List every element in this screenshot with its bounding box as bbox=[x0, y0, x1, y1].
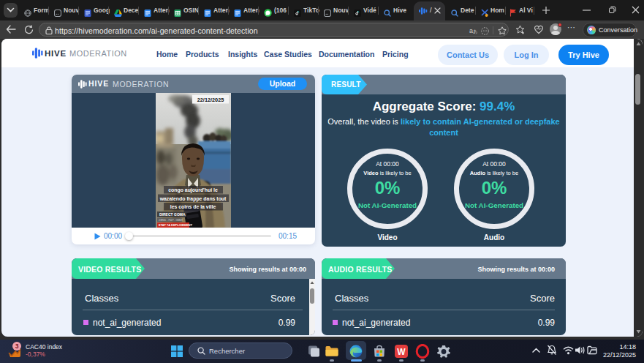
svg-text:les coins de la ville: les coins de la ville bbox=[170, 204, 216, 209]
svg-text:DIRECT GOMA: DIRECT GOMA bbox=[159, 212, 186, 217]
svg-text:W: W bbox=[397, 347, 406, 357]
svg-text:22/12/2025: 22/12/2025 bbox=[197, 97, 224, 103]
svg-text:23H05 - 7527 - GM09: 23H05 - 7527 - GM09 bbox=[159, 219, 183, 222]
svg-text:ETAT 7A DEPLOIEMENT: ETAT 7A DEPLOIEMENT bbox=[159, 223, 192, 227]
svg-text:wazalendo frappe dans tout: wazalendo frappe dans tout bbox=[159, 196, 227, 202]
svg-text:congo aujourd'hui le: congo aujourd'hui le bbox=[168, 187, 218, 193]
